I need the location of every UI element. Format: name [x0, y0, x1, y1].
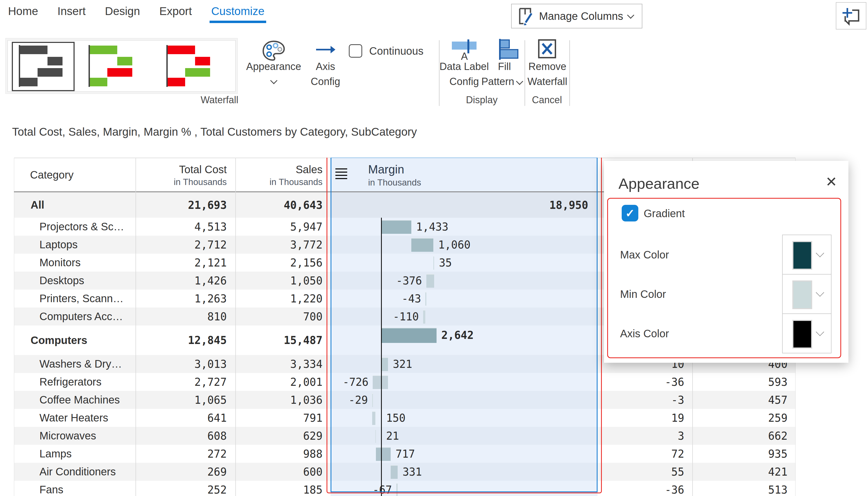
max-color-swatch [792, 241, 812, 270]
sales-cell: 1,050 [235, 272, 323, 290]
sales-cell: 629 [235, 427, 323, 445]
menu-insert[interactable]: Insert [57, 5, 86, 21]
svg-text:A: A [461, 51, 468, 60]
margin-pct-cell: -36 [598, 481, 684, 496]
ribbon-divider [569, 40, 570, 106]
close-icon[interactable]: ✕ [825, 174, 837, 190]
group-label-waterfall: Waterfall [0, 94, 439, 106]
max-color-label: Max Color [620, 249, 669, 261]
total-cost-cell: 1,263 [135, 290, 227, 308]
min-color-label: Min Color [620, 288, 666, 300]
sales-cell: 791 [235, 409, 323, 427]
total-cost-cell: 1,065 [135, 391, 227, 409]
sales-cell: 2,156 [235, 254, 323, 272]
gradient-checkbox[interactable]: ✓ [622, 205, 638, 221]
data-label-icon: A [451, 40, 479, 60]
menu-customize[interactable]: Customize [211, 5, 264, 21]
continuous-checkbox[interactable] [349, 44, 362, 58]
chevron-down-icon [270, 77, 278, 84]
continuous-toggle[interactable]: Continuous [349, 43, 437, 59]
category-cell: Computers [31, 325, 87, 355]
axis-config-label-1: Axis [303, 61, 348, 72]
category-cell: Air Conditioners [40, 463, 116, 481]
column-divider [235, 158, 236, 496]
customers-cell: 457 [692, 391, 788, 409]
min-color-dropdown[interactable] [782, 274, 832, 314]
sales-cell: 185 [235, 481, 323, 496]
app-window: Home Insert Design Export Customize Mana… [0, 0, 868, 496]
category-cell: Computers Acc… [40, 308, 123, 325]
remove-x-icon [538, 39, 557, 59]
category-cell: Refrigerators [40, 373, 101, 391]
sales-cell: 40,643 [235, 192, 323, 218]
menu-bar: Home Insert Design Export Customize [8, 5, 265, 21]
total-cost-cell: 4,513 [135, 218, 227, 236]
total-cost-cell: 2,727 [135, 373, 227, 391]
category-cell: Microwaves [40, 427, 96, 445]
max-color-dropdown[interactable] [782, 235, 832, 275]
total-cost-cell: 2,121 [135, 254, 227, 272]
menu-export[interactable]: Export [159, 5, 192, 21]
axis-color-label: Axis Color [620, 328, 669, 340]
customers-cell: 513 [692, 481, 788, 496]
sales-cell: 3,772 [235, 236, 323, 254]
appearance-panel-title: Appearance [618, 175, 700, 192]
sales-cell: 1,220 [235, 290, 323, 308]
column-divider [135, 158, 136, 496]
total-cost-cell: 2,712 [135, 236, 227, 254]
check-icon: ✓ [625, 207, 634, 220]
sales-cell: 15,487 [235, 325, 323, 355]
add-comment-button[interactable] [836, 2, 866, 30]
sales-cell: 3,334 [235, 355, 323, 373]
waterfall-style-red-green[interactable] [166, 45, 215, 87]
total-cost-cell: 3,013 [135, 355, 227, 373]
gradient-label: Gradient [644, 207, 685, 220]
manage-columns-button[interactable]: Manage Columns [511, 4, 642, 28]
chevron-down-icon [816, 328, 824, 336]
column-header-total-cost[interactable]: Total Cost [135, 161, 227, 177]
fill-pattern-icon [498, 39, 521, 60]
appearance-label: Appearance [245, 61, 302, 72]
total-cost-cell: 641 [135, 409, 227, 427]
margin-pct-cell: 72 [598, 445, 684, 463]
min-color-swatch [792, 280, 812, 309]
total-cost-cell: 272 [135, 445, 227, 463]
column-header-sales-sub: in Thousands [235, 175, 323, 189]
sales-cell: 600 [235, 463, 323, 481]
category-cell: Fans [40, 481, 63, 496]
margin-pct-cell: -3 [598, 391, 684, 409]
column-header-total-cost-sub: in Thousands [135, 175, 227, 189]
group-label-display: Display [439, 94, 525, 106]
category-cell: Water Heaters [40, 409, 108, 427]
category-cell: All [31, 192, 44, 218]
waterfall-style-green-red[interactable] [89, 45, 137, 87]
axis-color-dropdown[interactable] [782, 313, 832, 353]
menu-design[interactable]: Design [105, 5, 140, 21]
customers-cell: 421 [692, 463, 788, 481]
margin-pct-cell: 3 [598, 427, 684, 445]
category-cell: Lamps [40, 445, 72, 463]
palette-icon [262, 40, 285, 62]
remove-waterfall-label-1: Remove [521, 61, 574, 72]
category-cell: Coffee Machines [40, 391, 120, 409]
chevron-down-icon [816, 288, 824, 296]
column-header-sales[interactable]: Sales [235, 161, 323, 177]
sales-cell: 5,947 [235, 218, 323, 236]
appearance-panel: Appearance ✕ ✓ Gradient Max Color Min Co… [604, 161, 849, 363]
menu-home[interactable]: Home [8, 5, 38, 21]
manage-columns-label: Manage Columns [539, 10, 623, 22]
total-cost-cell: 269 [135, 463, 227, 481]
total-cost-cell: 12,845 [135, 325, 227, 355]
waterfall-style-gray[interactable] [19, 45, 67, 87]
customers-cell: 259 [692, 409, 788, 427]
sales-cell: 988 [235, 445, 323, 463]
axis-config-label-2: Config [303, 76, 348, 88]
category-cell: Laptops [40, 236, 77, 254]
customers-cell: 593 [692, 373, 788, 391]
sales-cell: 700 [235, 308, 323, 325]
column-header-category[interactable]: Category [30, 158, 74, 192]
group-label-cancel: Cancel [525, 94, 569, 106]
total-cost-cell: 1,426 [135, 272, 227, 290]
continuous-label: Continuous [369, 45, 423, 57]
customers-cell: 662 [692, 427, 788, 445]
